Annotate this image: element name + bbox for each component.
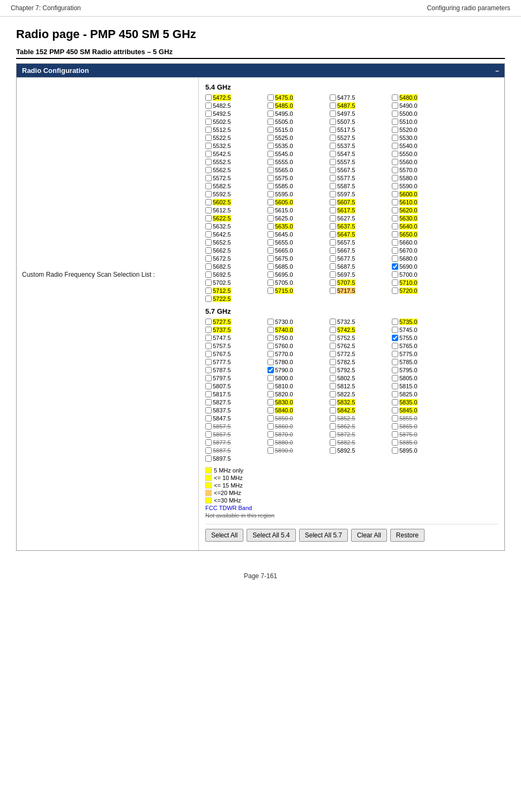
freq-checkbox-57[interactable] xyxy=(267,343,274,349)
freq-checkbox-54[interactable] xyxy=(330,151,336,157)
freq-checkbox-54[interactable] xyxy=(205,183,212,189)
freq-checkbox-54[interactable] xyxy=(205,143,212,149)
freq-checkbox-57[interactable] xyxy=(392,375,398,381)
freq-checkbox-54[interactable] xyxy=(267,247,274,254)
freq-checkbox-57[interactable] xyxy=(330,447,336,454)
freq-checkbox-57[interactable] xyxy=(330,351,336,357)
freq-checkbox-57[interactable] xyxy=(205,375,212,381)
freq-checkbox-54[interactable] xyxy=(267,183,274,189)
freq-checkbox-54[interactable] xyxy=(392,119,398,125)
freq-checkbox-57[interactable] xyxy=(392,399,398,405)
freq-checkbox-54[interactable] xyxy=(330,159,336,165)
freq-checkbox-57[interactable] xyxy=(205,319,212,325)
freq-checkbox-57[interactable] xyxy=(205,455,212,462)
freq-checkbox-54[interactable] xyxy=(267,159,274,165)
freq-checkbox-57[interactable] xyxy=(267,383,274,389)
freq-checkbox-54[interactable] xyxy=(205,271,212,278)
freq-checkbox-54[interactable] xyxy=(205,239,212,246)
freq-checkbox-54[interactable] xyxy=(392,191,398,197)
freq-checkbox-57[interactable] xyxy=(330,431,336,438)
freq-checkbox-54[interactable] xyxy=(205,263,212,270)
freq-checkbox-57[interactable] xyxy=(267,359,274,365)
freq-checkbox-54[interactable] xyxy=(267,119,274,125)
freq-checkbox-54[interactable] xyxy=(205,175,212,181)
freq-checkbox-54[interactable] xyxy=(267,239,274,246)
freq-checkbox-54[interactable] xyxy=(392,271,398,278)
freq-checkbox-57[interactable] xyxy=(330,439,336,446)
freq-checkbox-54[interactable] xyxy=(205,119,212,125)
freq-checkbox-54[interactable] xyxy=(330,110,336,117)
freq-checkbox-57[interactable] xyxy=(267,407,274,414)
freq-checkbox-54[interactable] xyxy=(330,183,336,189)
freq-checkbox-54[interactable] xyxy=(205,167,212,173)
freq-checkbox-54[interactable] xyxy=(205,102,212,109)
freq-checkbox-54[interactable] xyxy=(392,279,398,286)
freq-checkbox-54[interactable] xyxy=(205,159,212,165)
freq-checkbox-57[interactable] xyxy=(205,383,212,389)
freq-checkbox-54[interactable] xyxy=(330,255,336,262)
freq-checkbox-54[interactable] xyxy=(392,167,398,173)
freq-checkbox-54[interactable] xyxy=(267,135,274,141)
freq-checkbox-57[interactable] xyxy=(205,399,212,405)
freq-checkbox-57[interactable] xyxy=(205,335,212,341)
freq-checkbox-54[interactable] xyxy=(330,231,336,238)
freq-checkbox-57[interactable] xyxy=(267,351,274,357)
freq-checkbox-54[interactable] xyxy=(205,287,212,294)
freq-checkbox-57[interactable] xyxy=(205,447,212,454)
freq-checkbox-57[interactable] xyxy=(205,415,212,422)
select-all-button[interactable]: Select All xyxy=(205,529,243,542)
freq-checkbox-54[interactable] xyxy=(267,287,274,294)
freq-checkbox-57[interactable] xyxy=(330,343,336,349)
freq-checkbox-54[interactable] xyxy=(267,207,274,213)
freq-checkbox-54[interactable] xyxy=(330,215,336,222)
freq-checkbox-54[interactable] xyxy=(267,199,274,205)
freq-checkbox-57[interactable] xyxy=(205,343,212,349)
select-all-54-button[interactable]: Select All 5.4 xyxy=(247,529,295,542)
freq-checkbox-57[interactable] xyxy=(392,431,398,438)
freq-checkbox-54[interactable] xyxy=(330,167,336,173)
freq-checkbox-57[interactable] xyxy=(267,423,274,430)
freq-checkbox-54[interactable] xyxy=(267,127,274,133)
freq-checkbox-54[interactable] xyxy=(205,127,212,133)
freq-checkbox-54[interactable] xyxy=(392,207,398,213)
freq-checkbox-54[interactable] xyxy=(392,247,398,254)
freq-checkbox-57[interactable] xyxy=(392,383,398,389)
freq-checkbox-54[interactable] xyxy=(392,175,398,181)
freq-checkbox-54[interactable] xyxy=(205,110,212,117)
freq-checkbox-57[interactable] xyxy=(205,407,212,414)
freq-checkbox-54[interactable] xyxy=(392,135,398,141)
freq-checkbox-54[interactable] xyxy=(392,127,398,133)
freq-checkbox-57[interactable] xyxy=(392,351,398,357)
freq-checkbox-57[interactable] xyxy=(267,375,274,381)
freq-checkbox-54[interactable] xyxy=(392,287,398,294)
freq-checkbox-57[interactable] xyxy=(330,399,336,405)
freq-checkbox-54[interactable] xyxy=(392,199,398,205)
freq-checkbox-54[interactable] xyxy=(205,191,212,197)
freq-checkbox-54[interactable] xyxy=(267,94,274,101)
freq-checkbox-57[interactable] xyxy=(330,383,336,389)
freq-checkbox-57[interactable] xyxy=(392,335,398,341)
freq-checkbox-57[interactable] xyxy=(267,327,274,333)
freq-checkbox-57[interactable] xyxy=(330,319,336,325)
freq-checkbox-57[interactable] xyxy=(392,447,398,454)
freq-checkbox-57[interactable] xyxy=(267,431,274,438)
freq-checkbox-54[interactable] xyxy=(267,215,274,222)
freq-checkbox-54[interactable] xyxy=(392,215,398,222)
freq-checkbox-57[interactable] xyxy=(392,359,398,365)
freq-checkbox-54[interactable] xyxy=(267,263,274,270)
freq-checkbox-57[interactable] xyxy=(330,423,336,430)
freq-checkbox-57[interactable] xyxy=(330,335,336,341)
freq-checkbox-54[interactable] xyxy=(392,263,398,270)
freq-checkbox-57[interactable] xyxy=(330,391,336,397)
freq-checkbox-54[interactable] xyxy=(330,143,336,149)
freq-checkbox-54[interactable] xyxy=(267,271,274,278)
freq-checkbox-57[interactable] xyxy=(330,375,336,381)
freq-checkbox-57[interactable] xyxy=(330,359,336,365)
select-all-57-button[interactable]: Select All 5.7 xyxy=(299,529,348,542)
freq-checkbox-54[interactable] xyxy=(392,255,398,262)
restore-button[interactable]: Restore xyxy=(390,529,425,542)
freq-checkbox-54[interactable] xyxy=(205,207,212,213)
freq-checkbox-54[interactable] xyxy=(205,199,212,205)
freq-checkbox-54[interactable] xyxy=(205,255,212,262)
freq-checkbox-54[interactable] xyxy=(330,207,336,213)
